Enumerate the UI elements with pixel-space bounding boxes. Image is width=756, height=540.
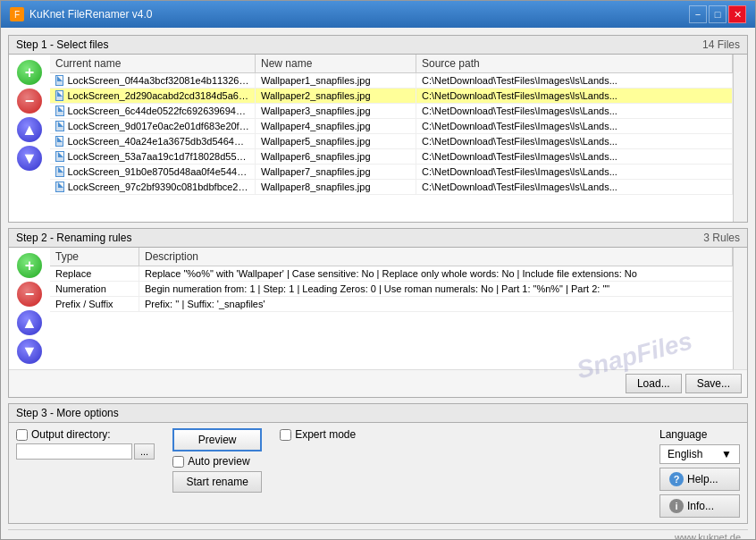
files-scrollbar[interactable]: [733, 55, 747, 222]
move-rule-down-button[interactable]: ▼: [17, 339, 42, 364]
footer: www.kuknet.de: [8, 529, 748, 539]
td-current: LockScreen_40a24e1a3675db3d5464e628...: [50, 134, 256, 148]
preview-group: Preview Auto preview Start rename: [172, 428, 262, 493]
step2-title: Step 2 - Renaming rules: [16, 232, 131, 244]
td-rule-type: Replace: [50, 266, 139, 281]
minimize-button[interactable]: −: [689, 5, 707, 23]
info-label: Info...: [687, 500, 714, 512]
td-rule-desc: Prefix: '' | Suffix: '_snapfiles': [139, 297, 733, 311]
rules-table-header: Type Description: [50, 248, 733, 266]
col-rule-type: Type: [50, 248, 139, 266]
td-current: LockScreen_2d290acabd2cd3184d5a6a31...: [50, 89, 256, 103]
files-table-header: Current name New name Source path: [50, 55, 733, 73]
table-row[interactable]: LockScreen_9d017e0ac2e01df683e20fbe... W…: [50, 119, 733, 134]
help-button[interactable]: ? Help...: [659, 468, 740, 491]
language-value: English: [668, 448, 702, 460]
maximize-button[interactable]: □: [709, 5, 727, 23]
auto-preview-label: Auto preview: [188, 455, 249, 468]
help-label: Help...: [687, 473, 718, 485]
remove-file-button[interactable]: −: [17, 89, 42, 114]
td-current: LockScreen_6c44de0522fc692639694938...: [50, 104, 256, 118]
move-up-button[interactable]: ▲: [17, 117, 42, 142]
files-table: Current name New name Source path LockSc…: [50, 55, 733, 222]
col-source-path: Source path: [416, 55, 733, 72]
remove-rule-button[interactable]: −: [17, 282, 42, 307]
save-button[interactable]: Save...: [685, 374, 742, 393]
td-new: Wallpaper3_snapfiles.jpg: [256, 104, 416, 118]
move-down-button[interactable]: ▼: [17, 146, 42, 171]
file-icon: [55, 121, 64, 131]
td-new: Wallpaper7_snapfiles.jpg: [256, 165, 416, 179]
browse-button[interactable]: ...: [134, 443, 155, 460]
td-current: LockScreen_9d017e0ac2e01df683e20fbe...: [50, 119, 256, 133]
help-icon: ?: [669, 472, 684, 486]
auto-preview-checkbox[interactable]: [172, 456, 184, 468]
window-controls: − □ ✕: [689, 5, 746, 23]
table-row[interactable]: LockScreen_2d290acabd2cd3184d5a6a31... W…: [50, 89, 733, 104]
table-row[interactable]: LockScreen_91b0e8705d48aa0f4e544c08... W…: [50, 165, 733, 180]
rules-scrollbar[interactable]: [733, 248, 747, 369]
td-path: C:\NetDownload\TestFiles\Images\ls\Lands…: [416, 165, 733, 179]
output-dir-input[interactable]: [16, 443, 132, 460]
file-icon: [55, 136, 63, 147]
output-dir-group: Output directory: ...: [16, 428, 155, 460]
step3-inner: Output directory: ... Preview Auto previ…: [9, 423, 747, 523]
td-rule-type: Prefix / Suffix: [50, 297, 139, 311]
rules-table: Type Description Replace Replace "%o%" w…: [50, 248, 733, 369]
td-path: C:\NetDownload\TestFiles\Images\ls\Lands…: [416, 134, 733, 148]
info-icon: i: [669, 499, 684, 513]
td-new: Wallpaper6_snapfiles.jpg: [256, 149, 416, 164]
step1-header: Step 1 - Select files 14 Files: [9, 36, 747, 55]
rule-row[interactable]: Replace Replace "%o%" with 'Wallpaper' |…: [50, 266, 733, 282]
table-row[interactable]: LockScreen_40a24e1a3675db3d5464e628... W…: [50, 134, 733, 149]
table-row[interactable]: LockScreen_6c44de0522fc692639694938... W…: [50, 104, 733, 119]
step3-section: Step 3 - More options Output directory: …: [8, 403, 748, 524]
language-selector[interactable]: English ▼: [659, 444, 740, 464]
td-path: C:\NetDownload\TestFiles\Images\ls\Lands…: [416, 149, 733, 164]
file-icon: [55, 151, 64, 162]
start-rename-button[interactable]: Start rename: [172, 471, 262, 493]
td-current: LockScreen_53a7aa19c1d7f18028d5596c...: [50, 149, 256, 164]
td-current: LockScreen_97c2bf9390c081bdbfbce267...: [50, 180, 256, 194]
file-icon: [55, 105, 64, 116]
rule-row[interactable]: Numeration Begin numeration from: 1 | St…: [50, 282, 733, 297]
rule-row[interactable]: Prefix / Suffix Prefix: '' | Suffix: '_s…: [50, 297, 733, 312]
table-row[interactable]: LockScreen_0f44a3bcf32081e4b11326045... …: [50, 73, 733, 89]
add-file-button[interactable]: +: [17, 60, 42, 85]
col-current-name: Current name: [50, 55, 256, 72]
language-label: Language: [659, 428, 740, 441]
step1-count: 14 Files: [702, 38, 740, 51]
load-button[interactable]: Load...: [626, 374, 682, 393]
td-rule-desc: Replace "%o%" with 'Wallpaper' | Case se…: [139, 266, 733, 281]
step1-title: Step 1 - Select files: [16, 38, 108, 51]
expert-mode-group: Expert mode: [280, 428, 356, 441]
step1-section: Step 1 - Select files 14 Files + − ▲ ▼ C…: [8, 35, 748, 223]
td-new: Wallpaper8_snapfiles.jpg: [256, 180, 416, 194]
output-dir-label: Output directory:: [31, 428, 111, 441]
td-path: C:\NetDownload\TestFiles\Images\ls\Lands…: [416, 89, 733, 103]
step2-action-buttons: + − ▲ ▼: [9, 248, 50, 369]
step2-section: Step 2 - Renaming rules 3 Rules + − ▲ ▼ …: [8, 228, 748, 398]
add-rule-button[interactable]: +: [17, 253, 42, 278]
col-rule-description: Description: [139, 248, 733, 266]
info-button[interactable]: i Info...: [659, 494, 740, 518]
output-dir-label-row: Output directory:: [16, 428, 155, 441]
rules-table-body[interactable]: Replace Replace "%o%" with 'Wallpaper' |…: [50, 266, 733, 369]
step3-title: Step 3 - More options: [16, 407, 119, 419]
file-icon: [55, 75, 63, 86]
app-icon: F: [10, 7, 24, 21]
expert-mode-checkbox[interactable]: [280, 429, 291, 441]
td-new: Wallpaper2_snapfiles.jpg: [256, 89, 416, 103]
load-save-row: Load... Save...: [9, 369, 747, 397]
table-row[interactable]: LockScreen_53a7aa19c1d7f18028d5596c... W…: [50, 149, 733, 165]
td-path: C:\NetDownload\TestFiles\Images\ls\Lands…: [416, 180, 733, 194]
table-row[interactable]: LockScreen_97c2bf9390c081bdbfbce267... W…: [50, 180, 733, 195]
files-table-body[interactable]: LockScreen_0f44a3bcf32081e4b11326045... …: [50, 73, 733, 222]
move-rule-up-button[interactable]: ▲: [17, 310, 42, 335]
output-dir-checkbox[interactable]: [16, 429, 28, 441]
file-icon: [55, 90, 63, 101]
step1-body: + − ▲ ▼ Current name New name Source pat…: [9, 55, 747, 222]
step3-header: Step 3 - More options: [9, 404, 747, 423]
preview-button[interactable]: Preview: [172, 428, 262, 451]
close-button[interactable]: ✕: [728, 5, 746, 23]
